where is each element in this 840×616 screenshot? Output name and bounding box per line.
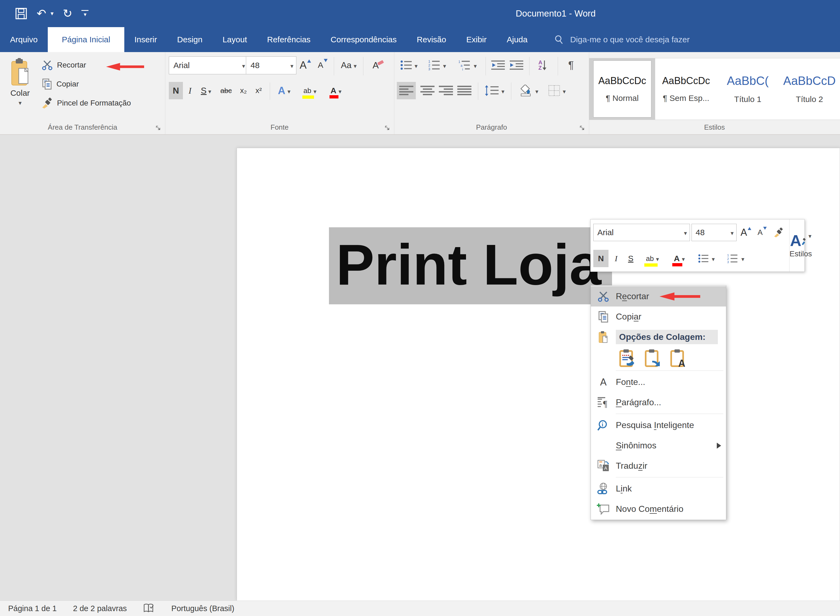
numbering-button[interactable]: 123 (424, 56, 449, 74)
proofing-status[interactable] (135, 603, 163, 614)
page-count[interactable]: Página 1 de 1 (0, 604, 65, 613)
borders-button[interactable] (544, 82, 570, 99)
shrink-font-button[interactable]: A (315, 56, 330, 74)
sort-button[interactable]: A Z (534, 56, 552, 74)
strikethrough-glyph: abc (220, 87, 232, 95)
style-titulo-1[interactable]: AaBbC( Título 1 (717, 58, 779, 120)
menu-item-pesquisa-inteligente[interactable]: i Pesquisa Inteligente (591, 415, 726, 436)
copy-button[interactable]: Copiar (41, 77, 79, 91)
menu-item-sinonimos[interactable]: Sinônimos (591, 436, 726, 456)
save-button[interactable] (15, 7, 27, 20)
tab-inserir[interactable]: Inserir (124, 27, 167, 52)
menu-item-novo-comentario[interactable]: Novo Comentário (591, 499, 726, 519)
style-sem-espacamento[interactable]: AaBbCcDc ¶ Sem Esp... (655, 58, 717, 120)
tab-design[interactable]: Design (167, 27, 213, 52)
shading-dropdown-icon (535, 86, 538, 96)
menu-item-recortar[interactable]: Recortar (591, 286, 726, 307)
paragraph-dialog-launcher[interactable] (579, 125, 586, 132)
increase-indent-button[interactable] (508, 56, 525, 74)
customize-quick-access-button[interactable]: ▾ (81, 10, 88, 17)
document-page[interactable] (236, 148, 840, 601)
proofing-book-icon (143, 603, 155, 614)
tab-referencias[interactable]: Referências (257, 27, 320, 52)
tab-exibir[interactable]: Exibir (456, 27, 497, 52)
font-size-combo[interactable]: 48 (246, 56, 297, 74)
tab-ajuda[interactable]: Ajuda (497, 27, 537, 52)
sort-letters: A Z (539, 60, 542, 70)
grow-font-button[interactable]: A (297, 56, 314, 74)
mini-bullets-button[interactable] (693, 250, 720, 267)
word-count[interactable]: 2 de 2 palavras (65, 604, 135, 613)
style-normal[interactable]: AaBbCcDc ¶ Normal (589, 58, 655, 120)
mini-styles-button[interactable]: A Estilos (790, 219, 812, 271)
menu-item-paragrafo[interactable]: ¶ Parágrafo... (591, 392, 726, 412)
mini-shrink-font-button[interactable]: A (755, 224, 769, 241)
menu-item-traduzir[interactable]: aA Traduzir (591, 456, 726, 476)
multilevel-list-button[interactable]: 1ai (454, 56, 480, 74)
mini-styles-icon-wrap: A (790, 233, 812, 248)
tab-layout[interactable]: Layout (213, 27, 257, 52)
cut-button[interactable]: Recortar (41, 58, 86, 72)
mini-bold-button[interactable]: N (593, 250, 608, 267)
redo-button[interactable]: ↻ (63, 0, 72, 27)
merge-formatting-button[interactable] (645, 349, 662, 368)
text-effects-button[interactable]: A (273, 82, 295, 99)
mini-font-name-combo[interactable]: Arial (593, 224, 690, 241)
keep-source-formatting-button[interactable] (619, 349, 636, 368)
keep-text-only-button[interactable]: A (670, 349, 687, 368)
superscript-button[interactable]: x² (251, 82, 266, 99)
tab-revisao[interactable]: Revisão (407, 27, 456, 52)
mini-numbering-button[interactable]: 123 (721, 250, 750, 267)
clipboard-dialog-launcher[interactable] (155, 125, 162, 132)
highlight-button[interactable]: ab (298, 82, 322, 99)
mini-font-name-value: Arial (598, 228, 614, 237)
tab-arquivo[interactable]: Arquivo (0, 27, 48, 52)
mini-underline-button[interactable]: S (624, 250, 638, 267)
svg-text:1: 1 (727, 254, 729, 257)
text-effects-glyph: A (278, 85, 285, 97)
line-spacing-button[interactable] (482, 82, 507, 99)
align-center-button[interactable] (419, 82, 436, 99)
bold-button[interactable]: N (169, 82, 183, 99)
undo-dropdown-icon[interactable]: ▾ (50, 10, 53, 17)
menu-item-copiar[interactable]: Copiar (591, 307, 726, 327)
mini-font-color-button[interactable]: A (667, 250, 692, 267)
style-titulo-2[interactable]: AaBbCcD Título 2 (779, 58, 840, 120)
decrease-indent-button[interactable] (490, 56, 507, 74)
tab-pagina-inicial[interactable]: Página Inicial (48, 27, 124, 52)
svg-text:i: i (602, 421, 604, 427)
bullets-button[interactable] (398, 56, 420, 74)
borders-icon (548, 85, 561, 97)
tab-correspondencias[interactable]: Correspondências (320, 27, 407, 52)
tell-me-search[interactable]: Diga-me o que você deseja fazer (554, 27, 690, 52)
superscript-glyph: x² (256, 86, 261, 95)
mini-font-size-combo[interactable]: 48 (692, 224, 737, 241)
undo-button[interactable]: ↶ (37, 0, 46, 27)
mini-grow-font-button[interactable]: A (738, 224, 753, 241)
subscript-button[interactable]: x₂ (236, 82, 251, 99)
font-color-button[interactable]: A (325, 82, 347, 99)
font-name-combo[interactable]: Arial (169, 56, 248, 74)
menu-item-fonte[interactable]: A Fonte... (591, 372, 726, 392)
mini-format-painter-button[interactable] (771, 224, 787, 241)
format-painter-button[interactable]: Pincel de Formatação (41, 96, 131, 110)
justify-button[interactable] (456, 82, 473, 99)
strikethrough-button[interactable]: abc (217, 82, 236, 99)
italic-button[interactable]: I (185, 82, 195, 99)
change-case-button[interactable]: Aa (337, 56, 360, 74)
align-left-button[interactable] (397, 82, 416, 99)
underline-glyph: S (201, 86, 207, 96)
menu-item-link[interactable]: Link (591, 478, 726, 499)
shading-button[interactable] (515, 82, 542, 99)
align-right-button[interactable] (438, 82, 454, 99)
show-marks-button[interactable]: ¶ (563, 56, 579, 74)
font-dialog-launcher[interactable] (384, 125, 391, 132)
underline-button[interactable]: S (197, 82, 216, 99)
language-status[interactable]: Português (Brasil) (163, 604, 242, 613)
selected-text-block[interactable]: Print Loja (329, 227, 612, 304)
submenu-arrow-icon (717, 443, 721, 449)
clear-formatting-button[interactable]: A (368, 56, 389, 74)
mini-highlight-button[interactable]: ab (639, 250, 665, 267)
paste-button[interactable]: Colar (4, 56, 37, 124)
mini-italic-button[interactable]: I (610, 250, 622, 267)
